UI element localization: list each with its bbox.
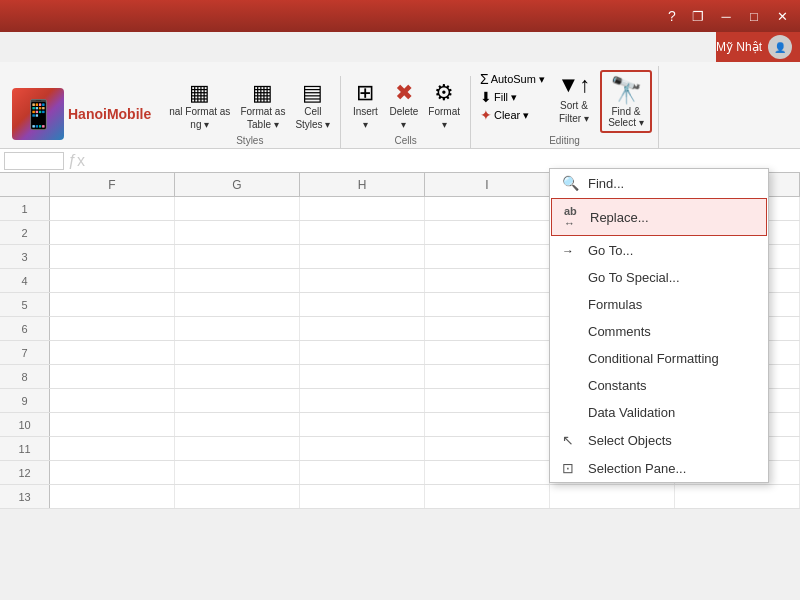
find-select-icon: 🔭	[610, 75, 642, 106]
clear-icon: ✦	[480, 107, 492, 123]
format-icon: ⚙	[434, 82, 454, 104]
replace-icon: ab↔	[564, 205, 582, 229]
menu-item-selection-pane[interactable]: ⊡ Selection Pane...	[550, 454, 768, 482]
clear-button[interactable]: ✦ Clear ▾	[477, 106, 548, 124]
fill-icon: ⬇	[480, 89, 492, 105]
logo-area: 📱 HanoiMobile	[4, 88, 159, 148]
cells-label: Cells	[395, 133, 417, 148]
table-row: 13	[0, 485, 800, 509]
corner-cell	[0, 173, 50, 196]
col-header-G: G	[175, 173, 300, 196]
maximize-button[interactable]: □	[740, 4, 768, 28]
menu-item-cond-formatting[interactable]: Conditional Formatting	[550, 345, 768, 372]
menu-item-goto[interactable]: → Go To...	[550, 237, 768, 264]
cell-styles-button[interactable]: ▤ Cell Styles ▾	[291, 80, 334, 132]
menu-item-constants[interactable]: Constants	[550, 372, 768, 399]
title-bar: ? ❐ ─ □ ✕	[0, 0, 800, 32]
selection-pane-label: Selection Pane...	[588, 461, 686, 476]
format-as-table-button[interactable]: ▦ Format as Table ▾	[236, 80, 289, 132]
user-name: Mỹ Nhật	[716, 40, 762, 54]
cells-group: ⊞ Insert ▾ ✖ Delete ▾ ⚙ Format ▾ Cells	[341, 76, 471, 148]
col-header-H: H	[300, 173, 425, 196]
select-objects-icon: ↖	[562, 432, 580, 448]
ribbon: 📱 HanoiMobile ▦ nal Format as ng ▾ ▦	[0, 62, 800, 149]
find-label: Find...	[588, 176, 624, 191]
logo-icon: 📱	[12, 88, 64, 140]
avatar: 👤	[768, 35, 792, 59]
insert-button[interactable]: ⊞ Insert ▾	[347, 80, 383, 132]
conditional-format-button[interactable]: ▦ nal Format as ng ▾	[165, 80, 234, 132]
constants-label: Constants	[588, 378, 647, 393]
styles-label: Styles	[236, 133, 263, 148]
formulas-label: Formulas	[588, 297, 642, 312]
delete-icon: ✖	[395, 82, 413, 104]
format-button[interactable]: ⚙ Format ▾	[424, 80, 464, 132]
logo-text: HanoiMobile	[68, 106, 151, 122]
menu-item-goto-special[interactable]: Go To Special...	[550, 264, 768, 291]
name-box[interactable]	[4, 152, 64, 170]
cond-format-icon: ▦	[189, 82, 210, 104]
menu-item-data-validation[interactable]: Data Validation	[550, 399, 768, 426]
comments-label: Comments	[588, 324, 651, 339]
cell-styles-icon: ▤	[302, 82, 323, 104]
delete-button[interactable]: ✖ Delete ▾	[385, 80, 422, 132]
sort-filter-button[interactable]: ▼↑ Sort & Filter ▾	[552, 70, 596, 126]
styles-group: ▦ nal Format as ng ▾ ▦ Format as Table ▾	[159, 76, 341, 148]
format-table-icon: ▦	[252, 82, 273, 104]
cond-formatting-label: Conditional Formatting	[588, 351, 719, 366]
fill-button[interactable]: ⬇ Fill ▾	[477, 88, 548, 106]
menu-item-find[interactable]: 🔍 Find...	[550, 169, 768, 197]
close-button[interactable]: ✕	[768, 4, 796, 28]
find-select-button[interactable]: 🔭 Find & Select ▾	[600, 70, 652, 133]
sort-filter-icon: ▼↑	[558, 72, 591, 98]
goto-special-label: Go To Special...	[588, 270, 680, 285]
autosum-button[interactable]: Σ AutoSum ▾	[477, 70, 548, 88]
menu-item-formulas[interactable]: Formulas	[550, 291, 768, 318]
help-button[interactable]: ?	[660, 4, 684, 28]
restore-button[interactable]: ❐	[684, 4, 712, 28]
col-header-F: F	[50, 173, 175, 196]
insert-icon: ⊞	[356, 82, 374, 104]
editing-label: Editing	[477, 133, 652, 148]
goto-label: Go To...	[588, 243, 633, 258]
menu-item-replace[interactable]: ab↔ Replace...	[551, 198, 767, 236]
minimize-button[interactable]: ─	[712, 4, 740, 28]
formula-input[interactable]	[89, 154, 796, 168]
find-select-dropdown: 🔍 Find... ab↔ Replace... → Go To... Go T…	[549, 168, 769, 483]
menu-item-comments[interactable]: Comments	[550, 318, 768, 345]
select-objects-label: Select Objects	[588, 433, 672, 448]
selection-pane-icon: ⊡	[562, 460, 580, 476]
col-header-I: I	[425, 173, 550, 196]
data-validation-label: Data Validation	[588, 405, 675, 420]
replace-label: Replace...	[590, 210, 649, 225]
menu-item-select-objects[interactable]: ↖ Select Objects	[550, 426, 768, 454]
editing-group: Σ AutoSum ▾ ⬇ Fill ▾ ✦ Clear ▾ ▼↑ Sort	[471, 66, 659, 148]
goto-icon: →	[562, 244, 580, 258]
find-icon: 🔍	[562, 175, 580, 191]
autosum-icon: Σ	[480, 71, 489, 87]
user-area: Mỹ Nhật 👤	[716, 32, 800, 62]
